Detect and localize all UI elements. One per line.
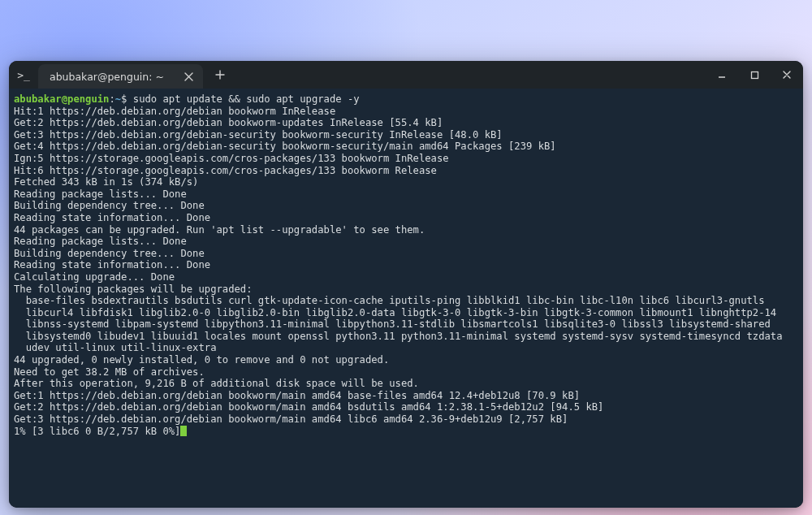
prompt-at: @ — [62, 93, 67, 105]
prompt-host: penguin — [67, 93, 109, 105]
terminal-line: Get:2 https://deb.debian.org/debian book… — [14, 401, 603, 413]
minimize-button[interactable] — [706, 61, 738, 89]
terminal-line: Get:1 https://deb.debian.org/debian book… — [14, 390, 580, 401]
prompt-command: sudo apt update && sudo apt upgrade -y — [133, 93, 360, 105]
terminal-line: Get:2 https://deb.debian.org/debian book… — [14, 117, 443, 128]
terminal-line: base-files bsdextrautils bsdutils curl g… — [14, 295, 765, 306]
window-controls — [706, 61, 803, 89]
terminal-line: Hit:6 https://storage.googleapis.com/cro… — [14, 165, 437, 176]
terminal-line: 44 upgraded, 0 newly installed, 0 to rem… — [14, 354, 389, 366]
terminal-line: The following packages will be upgraded: — [14, 283, 253, 295]
terminal-line: 44 packages can be upgraded. Run 'apt li… — [14, 224, 425, 236]
terminal-line: Fetched 343 kB in 1s (374 kB/s) — [14, 176, 198, 188]
terminal-line: Building dependency tree... Done — [14, 200, 205, 211]
terminal-line: Hit:1 https://deb.debian.org/debian book… — [14, 106, 335, 117]
terminal-window: >_ abubakar@penguin: ~ abubakar@penguin:… — [9, 61, 803, 508]
prompt-colon: : — [109, 93, 114, 105]
terminal-line: Get:4 https://deb.debian.org/debian-secu… — [14, 141, 556, 152]
terminal-line: udev util-linux util-linux-extra — [14, 342, 216, 353]
terminal-app-icon: >_ — [9, 61, 38, 89]
progress-line: 1% [3 libc6 0 B/2,757 kB 0%] — [14, 426, 180, 437]
terminal-line: Get:3 https://deb.debian.org/debian book… — [14, 413, 568, 425]
terminal-line: libsystemd0 libudev1 libuuid1 locales mo… — [14, 331, 783, 342]
svg-rect-0 — [751, 71, 758, 78]
terminal-line: Need to get 38.2 MB of archives. — [14, 366, 205, 378]
terminal-line: Get:3 https://deb.debian.org/debian-secu… — [14, 129, 503, 141]
prompt-dollar: $ — [121, 93, 133, 105]
cursor — [180, 426, 186, 436]
terminal-line: libnss-systemd libpam-systemd libpython3… — [14, 318, 771, 330]
terminal-line: Reading package lists... Done — [14, 236, 187, 247]
titlebar-drag-area[interactable] — [229, 61, 706, 89]
terminal-line: Ign:5 https://storage.googleapis.com/cro… — [14, 153, 449, 164]
terminal-line: Reading state information... Done — [14, 212, 210, 223]
terminal-line: Reading package lists... Done — [14, 188, 187, 200]
tab-active[interactable]: abubakar@penguin: ~ — [38, 64, 203, 89]
prompt-user: abubakar — [14, 93, 62, 105]
prompt-path: ~ — [115, 93, 121, 105]
maximize-button[interactable] — [738, 61, 771, 89]
tab-title: abubakar@penguin: ~ — [50, 71, 164, 83]
close-button[interactable] — [771, 61, 803, 89]
terminal-line: After this operation, 9,216 B of additio… — [14, 378, 419, 389]
new-tab-button[interactable] — [211, 66, 229, 84]
terminal-line: Calculating upgrade... Done — [14, 271, 175, 283]
terminal-viewport[interactable]: abubakar@penguin:~$ sudo apt update && s… — [9, 89, 803, 508]
terminal-line: Reading state information... Done — [14, 259, 210, 270]
terminal-line: libcurl4 libfdisk1 libglib2.0-0 libglib2… — [14, 307, 776, 318]
terminal-line: Building dependency tree... Done — [14, 248, 205, 259]
titlebar[interactable]: >_ abubakar@penguin: ~ — [9, 61, 803, 89]
tab-close-button[interactable] — [180, 67, 198, 85]
